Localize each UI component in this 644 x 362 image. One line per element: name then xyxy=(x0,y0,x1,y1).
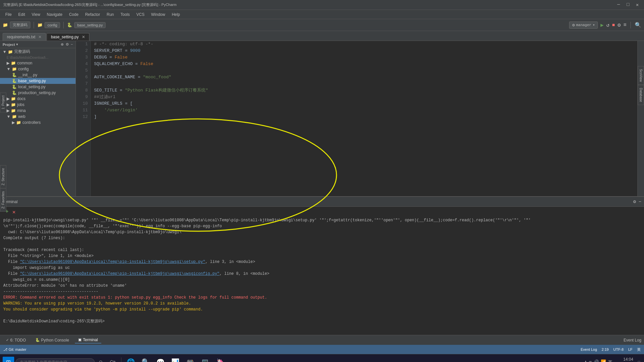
tray-volume-icon[interactable]: 🔊 xyxy=(594,359,599,362)
menu-refactor[interactable]: Refactor xyxy=(82,12,103,18)
menu-code[interactable]: Code xyxy=(66,12,81,18)
terminal-line-7: File "<string>", line 1, in <module> xyxy=(3,253,641,259)
toolbar: 📁 完整源码 📁 config 🐍 base_setting.py ⚙ mana… xyxy=(0,19,644,31)
file-button[interactable]: base_setting.py xyxy=(74,22,106,28)
tray-lang-icon[interactable]: 英 xyxy=(608,359,612,362)
close-button[interactable]: ✕ xyxy=(634,2,641,8)
terminal-line-error: ERROR: Command errored out with exit sta… xyxy=(3,295,641,301)
sidebar-item-config[interactable]: ▼ 📁 config xyxy=(0,66,76,72)
sidebar-item-web[interactable]: ▼ 📁 web xyxy=(0,114,76,120)
sidebar-item-docs[interactable]: ▶ 📁 docs xyxy=(0,96,76,102)
taskbar-pycharm-icon[interactable]: 💻 xyxy=(198,357,212,362)
event-log-label[interactable]: Event Log xyxy=(624,338,641,343)
sidebar-item-common[interactable]: ▶ 📁 common xyxy=(0,60,76,66)
menu-window[interactable]: Window xyxy=(148,12,168,18)
sidebar-common-label: common xyxy=(17,61,32,65)
taskbar-cortana-icon[interactable]: ○ xyxy=(96,357,105,362)
stop-button[interactable]: ■ xyxy=(612,22,615,28)
menu-file[interactable]: File xyxy=(3,12,14,18)
line-ending-status[interactable]: LF xyxy=(628,347,632,351)
more-button[interactable]: ≡ xyxy=(623,22,627,28)
menu-edit[interactable]: Edit xyxy=(16,12,28,18)
terminal-collapse-icon[interactable]: − xyxy=(639,199,641,204)
file-icon: 🐍 xyxy=(67,22,72,28)
taskbar-ie-icon[interactable]: 🌐 xyxy=(124,357,138,362)
tab-requirements[interactable]: requirements.txt ✕ xyxy=(3,33,46,41)
config-button[interactable]: config xyxy=(45,22,60,28)
taskbar-excel-icon[interactable]: 📊 xyxy=(169,357,182,362)
file-link-1[interactable]: "C:\Users\liutao961008\AppData\Local\Tem… xyxy=(20,260,205,264)
folder-icon-web: 📁 xyxy=(12,114,17,119)
code-editor[interactable]: 1 2 3 4 5 6 7 8 9 10 11 12 # -*- coding:… xyxy=(76,41,637,196)
tab-terminal[interactable]: ▣ Terminal xyxy=(75,337,101,344)
event-log-status[interactable]: Event Log xyxy=(581,347,597,351)
terminal-tab-label: Terminal xyxy=(83,338,98,342)
terminal-tab-icon: ▣ xyxy=(78,338,81,342)
left-panel-tabs-2: Z: Structure Z: Favorites xyxy=(0,165,6,212)
titlebar: 完整源码 [E:\BaiduNetdiskDownload\coding-265… xyxy=(0,0,644,10)
sidebar-item-init[interactable]: 🐍 __init__.py xyxy=(0,72,76,78)
tab-python-console[interactable]: 🐍 Python Console xyxy=(32,337,73,343)
sidebar-web-label: web xyxy=(18,114,25,119)
terminal-content[interactable]: + ✕ pip-install-kjtbm9jo\uwsgi\setup.py'… xyxy=(0,207,644,335)
sidebar-item-root[interactable]: ▼ 📁 完整源码 xyxy=(0,48,76,55)
show-desktop-button[interactable]: □ xyxy=(636,360,641,362)
left-tab-structure[interactable]: Z: Structure xyxy=(0,165,6,188)
right-tab-database[interactable]: Database xyxy=(638,85,644,105)
build-button[interactable]: ⚙ xyxy=(618,22,621,28)
taskbar-clock[interactable]: 14:04 2020/2/22 xyxy=(616,357,633,362)
code-content[interactable]: # -*- coding: utf-8 -*- SERVER_PORT = 90… xyxy=(91,41,637,196)
terminal-settings-icon[interactable]: ⚙ xyxy=(633,199,636,204)
expand-arrow-common: ▶ xyxy=(7,61,10,65)
system-tray-icons: ∧ ⌨ 🔊 📶 英 xyxy=(584,359,612,362)
sidebar-collapse-icon[interactable]: − xyxy=(71,42,73,47)
search-toolbar-icon[interactable]: 🔍 xyxy=(635,22,641,28)
sidebar-item-base-setting[interactable]: 🐍 base_setting.py xyxy=(0,78,76,84)
terminal-line-6: Traceback (most recent call last): xyxy=(3,247,641,253)
tab-requirements-close[interactable]: ✕ xyxy=(38,35,42,39)
tab-todo[interactable]: ✓ 6: TODO xyxy=(3,337,29,343)
sidebar-settings-icon[interactable]: ⚙ xyxy=(66,42,69,47)
taskbar-extra-icon[interactable]: 🦄 xyxy=(213,357,227,362)
project-dropdown-icon[interactable]: ▾ xyxy=(16,42,18,47)
project-button[interactable]: 完整源码 xyxy=(10,21,30,28)
sidebar-item-mina[interactable]: ▶ 📁 mina xyxy=(0,108,76,114)
taskbar-wechat-icon[interactable]: 💬 xyxy=(154,357,167,362)
windows-taskbar: ⊞ ○ 🗂 🌐 🔍 💬 📊 🎮 💻 🦄 ∧ ⌨ 🔊 📶 英 14:04 2020… xyxy=(0,354,644,362)
taskbar-chrome-icon[interactable]: 🔍 xyxy=(139,357,152,362)
menu-navigate[interactable]: Navigate xyxy=(44,12,65,18)
file-icon-local: 🐍 xyxy=(12,85,17,89)
tab-base-setting-close[interactable]: ✕ xyxy=(82,35,85,39)
menu-help[interactable]: Help xyxy=(169,12,183,18)
left-tab-project[interactable]: 1: Project xyxy=(0,92,6,112)
taskbar-task-view-icon[interactable]: 🗂 xyxy=(107,357,118,362)
sidebar-item-controllers[interactable]: ▶ 📁 controllers xyxy=(0,120,76,126)
status-right: Event Log 2:19 UTF-8 LF 英 xyxy=(581,347,641,352)
start-button[interactable]: ⊞ xyxy=(3,357,14,362)
sidebar-sync-icon[interactable]: ⊕ xyxy=(61,42,64,47)
sidebar-item-local-setting[interactable]: 🐍 local_setting.py xyxy=(0,84,76,90)
left-tab-favorites[interactable]: Z: Favorites xyxy=(0,188,6,212)
rerun-button[interactable]: ↺ xyxy=(606,22,610,28)
sidebar-base-label: base_setting.py xyxy=(18,79,46,83)
minimize-button[interactable]: ─ xyxy=(615,2,622,8)
terminal-remove-button[interactable]: ✕ xyxy=(11,208,18,216)
menu-run[interactable]: Run xyxy=(104,12,116,18)
taskbar-game-icon[interactable]: 🎮 xyxy=(183,357,197,362)
sidebar-item-production[interactable]: 🐍 production_setting.py xyxy=(0,90,76,96)
folder-icon-config: 📁 xyxy=(12,67,17,71)
sidebar-item-jobs[interactable]: ▶ 📁 jobs xyxy=(0,102,76,108)
menu-vcs[interactable]: VCS xyxy=(134,12,147,18)
tab-base-setting[interactable]: base_setting.py ✕ xyxy=(47,33,89,41)
encoding-status[interactable]: UTF-8 xyxy=(613,347,624,351)
right-tab-scoverview[interactable]: ScoView xyxy=(638,66,644,85)
run-config-selector[interactable]: ⚙ manager ▾ xyxy=(569,21,598,29)
maximize-button[interactable]: □ xyxy=(625,2,631,8)
sidebar-header: Project ▾ ⊕ ⚙ − xyxy=(0,41,76,48)
menu-tools[interactable]: Tools xyxy=(118,12,132,18)
taskbar-search-input[interactable] xyxy=(16,358,95,362)
menu-view[interactable]: View xyxy=(29,12,43,18)
tray-network-icon[interactable]: 📶 xyxy=(601,359,606,362)
run-button[interactable]: ▶ xyxy=(600,22,604,28)
file-link-2[interactable]: "C:\Users\liutao961008\AppData\Local\Tem… xyxy=(20,272,219,276)
